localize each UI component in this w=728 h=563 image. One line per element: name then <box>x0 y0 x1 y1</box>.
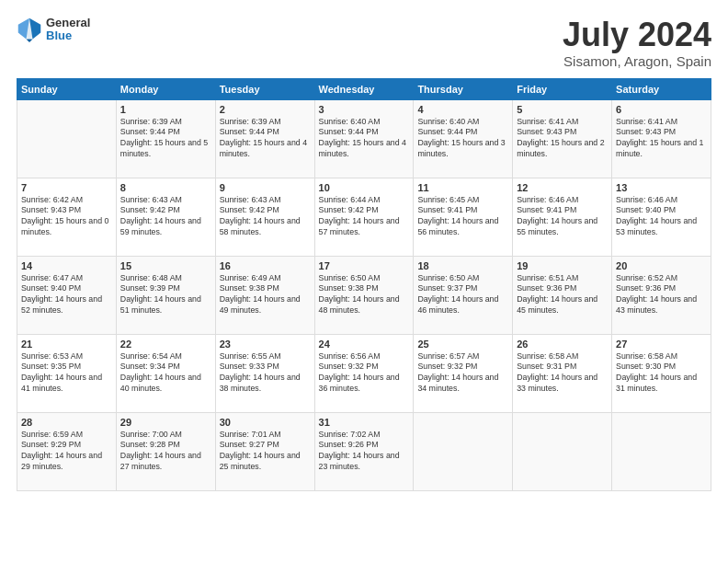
table-row: 7Sunrise: 6:42 AMSunset: 9:43 PMDaylight… <box>17 178 117 256</box>
day-number: 3 <box>319 104 410 115</box>
table-row: 20Sunrise: 6:52 AMSunset: 9:36 PMDayligh… <box>612 256 711 334</box>
day-info: Sunrise: 6:58 AMSunset: 9:30 PMDaylight:… <box>616 351 707 396</box>
day-number: 18 <box>417 260 508 271</box>
day-info: Sunrise: 6:42 AMSunset: 9:43 PMDaylight:… <box>21 195 112 239</box>
day-info: Sunrise: 6:52 AMSunset: 9:36 PMDaylight:… <box>616 273 707 317</box>
day-info: Sunrise: 7:00 AMSunset: 9:28 PMDaylight:… <box>120 430 211 474</box>
table-row: 9Sunrise: 6:43 AMSunset: 9:42 PMDaylight… <box>215 178 314 256</box>
day-number: 22 <box>120 339 211 350</box>
table-row: 8Sunrise: 6:43 AMSunset: 9:42 PMDaylight… <box>116 178 215 256</box>
table-row: 5Sunrise: 6:41 AMSunset: 9:43 PMDaylight… <box>513 99 612 178</box>
table-row: 25Sunrise: 6:57 AMSunset: 9:32 PMDayligh… <box>414 334 513 412</box>
week-row-4: 21Sunrise: 6:53 AMSunset: 9:35 PMDayligh… <box>17 334 711 412</box>
day-info: Sunrise: 6:46 AMSunset: 9:41 PMDaylight:… <box>517 195 608 239</box>
table-row: 15Sunrise: 6:48 AMSunset: 9:39 PMDayligh… <box>116 256 215 334</box>
table-row: 12Sunrise: 6:46 AMSunset: 9:41 PMDayligh… <box>513 178 612 256</box>
day-number: 9 <box>220 182 311 193</box>
table-row: 17Sunrise: 6:50 AMSunset: 9:38 PMDayligh… <box>314 256 414 334</box>
day-number: 12 <box>517 182 608 193</box>
day-info: Sunrise: 6:39 AMSunset: 9:44 PMDaylight:… <box>220 117 311 161</box>
day-number: 7 <box>21 182 112 193</box>
day-info: Sunrise: 6:50 AMSunset: 9:37 PMDaylight:… <box>417 273 508 317</box>
table-row: 14Sunrise: 6:47 AMSunset: 9:40 PMDayligh… <box>17 256 117 334</box>
day-info: Sunrise: 6:43 AMSunset: 9:42 PMDaylight:… <box>220 195 311 239</box>
day-number: 10 <box>319 182 410 193</box>
month-title: July 2024 <box>563 17 711 53</box>
table-row: 6Sunrise: 6:41 AMSunset: 9:43 PMDaylight… <box>612 99 711 178</box>
table-row: 23Sunrise: 6:55 AMSunset: 9:33 PMDayligh… <box>215 334 314 412</box>
logo-general: General <box>46 17 90 29</box>
title-block: July 2024 Sisamon, Aragon, Spain <box>563 17 711 69</box>
day-info: Sunrise: 6:40 AMSunset: 9:44 PMDaylight:… <box>417 117 508 161</box>
day-number: 5 <box>517 104 608 115</box>
day-number: 19 <box>517 260 608 271</box>
week-row-3: 14Sunrise: 6:47 AMSunset: 9:40 PMDayligh… <box>17 256 711 334</box>
day-info: Sunrise: 6:55 AMSunset: 9:33 PMDaylight:… <box>220 351 311 396</box>
table-row: 29Sunrise: 7:00 AMSunset: 9:28 PMDayligh… <box>116 412 215 490</box>
logo-icon <box>17 17 42 42</box>
day-number: 31 <box>319 417 410 428</box>
header-monday: Monday <box>116 78 215 99</box>
table-row: 19Sunrise: 6:51 AMSunset: 9:36 PMDayligh… <box>513 256 612 334</box>
table-row: 22Sunrise: 6:54 AMSunset: 9:34 PMDayligh… <box>116 334 215 412</box>
header-friday: Friday <box>513 78 612 99</box>
day-number: 6 <box>616 104 707 115</box>
day-info: Sunrise: 6:47 AMSunset: 9:40 PMDaylight:… <box>21 273 112 317</box>
day-number: 4 <box>417 104 508 115</box>
day-info: Sunrise: 6:56 AMSunset: 9:32 PMDaylight:… <box>319 351 410 396</box>
day-number: 21 <box>21 339 112 350</box>
day-number: 13 <box>616 182 707 193</box>
day-info: Sunrise: 6:51 AMSunset: 9:36 PMDaylight:… <box>517 273 608 317</box>
day-number: 30 <box>220 417 311 428</box>
day-info: Sunrise: 6:48 AMSunset: 9:39 PMDaylight:… <box>120 273 211 317</box>
table-row: 4Sunrise: 6:40 AMSunset: 9:44 PMDaylight… <box>414 99 513 178</box>
day-info: Sunrise: 7:01 AMSunset: 9:27 PMDaylight:… <box>220 430 311 474</box>
day-number: 2 <box>220 104 311 115</box>
day-info: Sunrise: 7:02 AMSunset: 9:26 PMDaylight:… <box>319 430 410 474</box>
page-header: General Blue July 2024 Sisamon, Aragon, … <box>17 17 711 69</box>
day-number: 16 <box>220 260 311 271</box>
week-row-2: 7Sunrise: 6:42 AMSunset: 9:43 PMDaylight… <box>17 178 711 256</box>
header-wednesday: Wednesday <box>314 78 414 99</box>
table-row: 27Sunrise: 6:58 AMSunset: 9:30 PMDayligh… <box>612 334 711 412</box>
day-info: Sunrise: 6:58 AMSunset: 9:31 PMDaylight:… <box>517 351 608 396</box>
table-row: 28Sunrise: 6:59 AMSunset: 9:29 PMDayligh… <box>17 412 117 490</box>
day-number: 14 <box>21 260 112 271</box>
day-number: 23 <box>220 339 311 350</box>
day-number: 25 <box>417 339 508 350</box>
day-number: 15 <box>120 260 211 271</box>
day-info: Sunrise: 6:45 AMSunset: 9:41 PMDaylight:… <box>417 195 508 239</box>
week-row-1: 1Sunrise: 6:39 AMSunset: 9:44 PMDaylight… <box>17 99 711 178</box>
weekday-header-row: Sunday Monday Tuesday Wednesday Thursday… <box>17 78 711 99</box>
day-number: 29 <box>120 417 211 428</box>
table-row: 13Sunrise: 6:46 AMSunset: 9:40 PMDayligh… <box>612 178 711 256</box>
table-row: 2Sunrise: 6:39 AMSunset: 9:44 PMDaylight… <box>215 99 314 178</box>
day-info: Sunrise: 6:54 AMSunset: 9:34 PMDaylight:… <box>120 351 211 396</box>
day-number: 8 <box>120 182 211 193</box>
day-info: Sunrise: 6:44 AMSunset: 9:42 PMDaylight:… <box>319 195 410 239</box>
week-row-5: 28Sunrise: 6:59 AMSunset: 9:29 PMDayligh… <box>17 412 711 490</box>
logo-blue: Blue <box>46 29 90 42</box>
location-title: Sisamon, Aragon, Spain <box>563 53 711 69</box>
day-number: 24 <box>319 339 410 350</box>
day-info: Sunrise: 6:41 AMSunset: 9:43 PMDaylight:… <box>517 117 608 161</box>
table-row: 11Sunrise: 6:45 AMSunset: 9:41 PMDayligh… <box>414 178 513 256</box>
svg-marker-3 <box>27 40 33 43</box>
logo-text: General Blue <box>46 17 90 43</box>
calendar-table: Sunday Monday Tuesday Wednesday Thursday… <box>17 78 711 491</box>
day-number: 28 <box>21 417 112 428</box>
day-info: Sunrise: 6:40 AMSunset: 9:44 PMDaylight:… <box>319 117 410 161</box>
day-info: Sunrise: 6:50 AMSunset: 9:38 PMDaylight:… <box>319 273 410 317</box>
table-row: 1Sunrise: 6:39 AMSunset: 9:44 PMDaylight… <box>116 99 215 178</box>
logo: General Blue <box>17 17 90 43</box>
table-row: 26Sunrise: 6:58 AMSunset: 9:31 PMDayligh… <box>513 334 612 412</box>
day-info: Sunrise: 6:53 AMSunset: 9:35 PMDaylight:… <box>21 351 112 396</box>
day-info: Sunrise: 6:49 AMSunset: 9:38 PMDaylight:… <box>220 273 311 317</box>
table-row <box>513 412 612 490</box>
table-row: 3Sunrise: 6:40 AMSunset: 9:44 PMDaylight… <box>314 99 414 178</box>
table-row: 16Sunrise: 6:49 AMSunset: 9:38 PMDayligh… <box>215 256 314 334</box>
day-info: Sunrise: 6:39 AMSunset: 9:44 PMDaylight:… <box>120 117 211 161</box>
table-row: 21Sunrise: 6:53 AMSunset: 9:35 PMDayligh… <box>17 334 117 412</box>
table-row: 18Sunrise: 6:50 AMSunset: 9:37 PMDayligh… <box>414 256 513 334</box>
table-row: 31Sunrise: 7:02 AMSunset: 9:26 PMDayligh… <box>314 412 414 490</box>
